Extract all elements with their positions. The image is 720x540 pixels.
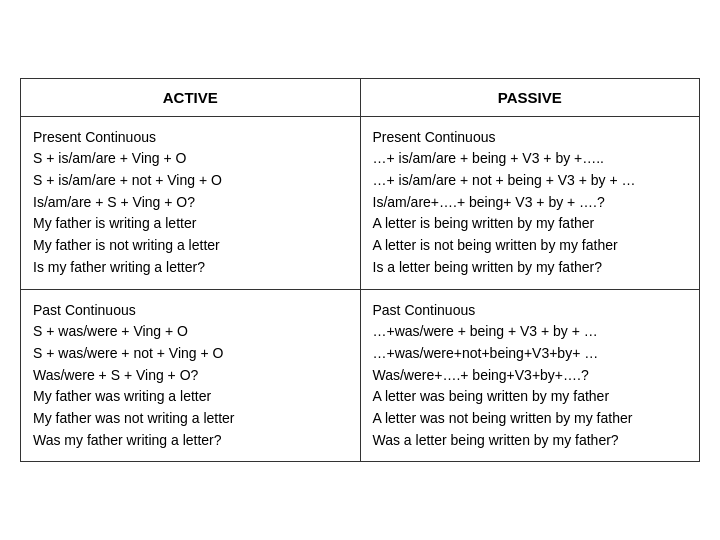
header-active: ACTIVE — [21, 78, 361, 116]
past-continuous-passive: Past Continuous …+was/were + being + V3 … — [360, 289, 700, 462]
past-continuous-active: Past Continuous S + was/were + Ving + O … — [21, 289, 361, 462]
present-continuous-passive: Present Continuous …+ is/am/are + being … — [360, 116, 700, 289]
table-row: Present Continuous S + is/am/are + Ving … — [21, 116, 700, 289]
present-continuous-active: Present Continuous S + is/am/are + Ving … — [21, 116, 361, 289]
table-row: Past Continuous S + was/were + Ving + O … — [21, 289, 700, 462]
grammar-table: ACTIVE PASSIVE Present Continuous S + is… — [20, 78, 700, 463]
header-passive: PASSIVE — [360, 78, 700, 116]
